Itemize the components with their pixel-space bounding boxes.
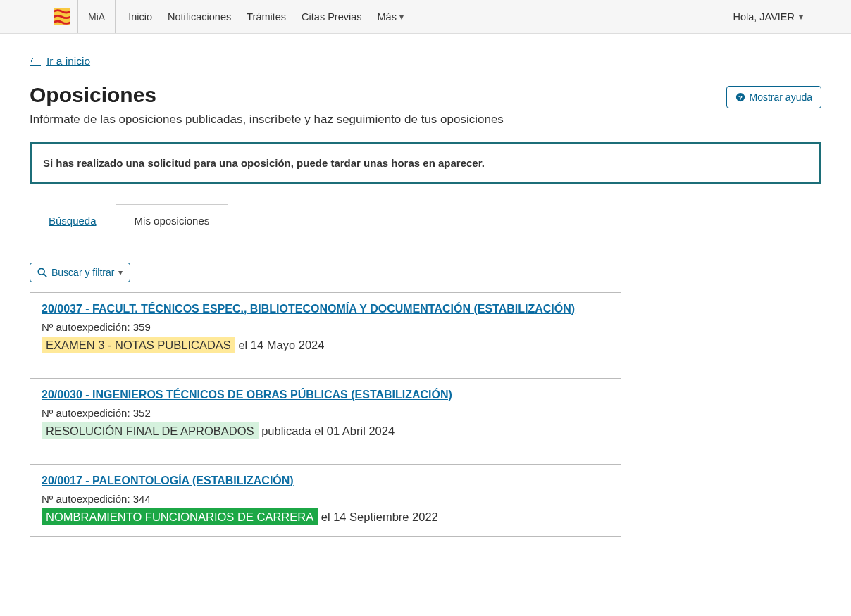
- page-title: Oposiciones: [30, 83, 504, 107]
- arrow-left-icon: 🡐: [30, 55, 41, 68]
- back-link[interactable]: 🡐 Ir a inicio: [30, 55, 90, 68]
- user-greeting: Hola, JAVIER: [733, 11, 795, 23]
- search-icon: [37, 268, 47, 277]
- oposicion-card: 20/0037 - FACULT. TÉCNICOS ESPEC., BIBLI…: [30, 292, 621, 365]
- tabs: Búsqueda Mis oposiciones: [30, 204, 821, 237]
- status-date: publicada el 01 Abril 2024: [259, 425, 395, 437]
- card-autoexp: Nº autoexpedición: 344: [42, 493, 609, 505]
- card-autoexp: Nº autoexpedición: 359: [42, 321, 609, 333]
- caret-down-icon: ▾: [799, 13, 803, 21]
- status-badge: EXAMEN 3 - NOTAS PUBLICADAS: [42, 337, 235, 353]
- page-subtitle: Infórmate de las oposiciones publicadas,…: [30, 113, 504, 127]
- filter-button[interactable]: Buscar y filtrar ▾: [30, 263, 130, 282]
- filter-button-label: Buscar y filtrar: [51, 267, 114, 278]
- top-nav: MiA Inicio Notificaciones Trámites Citas…: [0, 0, 851, 34]
- logo[interactable]: [54, 0, 77, 33]
- card-autoexp: Nº autoexpedición: 352: [42, 407, 609, 419]
- card-status-line: EXAMEN 3 - NOTAS PUBLICADAS el 14 Mayo 2…: [42, 339, 609, 352]
- help-button-label: Mostrar ayuda: [750, 92, 812, 103]
- nav-inicio[interactable]: Inicio: [128, 11, 152, 23]
- tab-mis-oposiciones[interactable]: Mis oposiciones: [116, 204, 229, 237]
- card-title-link[interactable]: 20/0030 - INGENIEROS TÉCNICOS DE OBRAS P…: [42, 389, 452, 401]
- svg-point-3: [38, 268, 44, 275]
- card-title-link[interactable]: 20/0037 - FACULT. TÉCNICOS ESPEC., BIBLI…: [42, 303, 575, 315]
- nav-mas[interactable]: Más ▾: [378, 11, 404, 23]
- card-status-line: RESOLUCIÓN FINAL DE APROBADOS publicada …: [42, 425, 609, 438]
- nav-links: Inicio Notificaciones Trámites Citas Pre…: [116, 0, 733, 33]
- status-badge: NOMBRAMIENTO FUNCIONARIOS DE CARRERA: [42, 508, 318, 525]
- nav-tramites[interactable]: Trámites: [247, 11, 286, 23]
- info-box: Si has realizado una solicitud para una …: [30, 142, 821, 184]
- svg-line-4: [44, 274, 46, 277]
- svg-text:?: ?: [738, 94, 743, 101]
- user-menu[interactable]: Hola, JAVIER ▾: [733, 0, 803, 33]
- help-button[interactable]: ? Mostrar ayuda: [726, 86, 821, 108]
- help-icon: ?: [735, 92, 745, 102]
- nav-notificaciones[interactable]: Notificaciones: [168, 11, 231, 23]
- nav-citas[interactable]: Citas Previas: [302, 11, 361, 23]
- oposicion-card: 20/0017 - PALEONTOLOGÍA (ESTABILIZACIÓN)…: [30, 464, 621, 537]
- caret-down-icon: ▾: [118, 268, 123, 277]
- status-badge: RESOLUCIÓN FINAL DE APROBADOS: [42, 422, 259, 439]
- brand-label[interactable]: MiA: [77, 0, 116, 33]
- status-date: el 14 Mayo 2024: [235, 339, 325, 351]
- back-link-label: Ir a inicio: [46, 55, 90, 68]
- card-title-link[interactable]: 20/0017 - PALEONTOLOGÍA (ESTABILIZACIÓN): [42, 474, 294, 487]
- nav-mas-label: Más: [378, 11, 397, 23]
- status-date: el 14 Septiembre 2022: [318, 510, 438, 523]
- caret-down-icon: ▾: [399, 13, 404, 21]
- cards-list: 20/0037 - FACULT. TÉCNICOS ESPEC., BIBLI…: [30, 292, 621, 537]
- card-status-line: NOMBRAMIENTO FUNCIONARIOS DE CARRERA el …: [42, 510, 609, 524]
- tab-busqueda[interactable]: Búsqueda: [30, 204, 116, 237]
- oposicion-card: 20/0030 - INGENIEROS TÉCNICOS DE OBRAS P…: [30, 378, 621, 451]
